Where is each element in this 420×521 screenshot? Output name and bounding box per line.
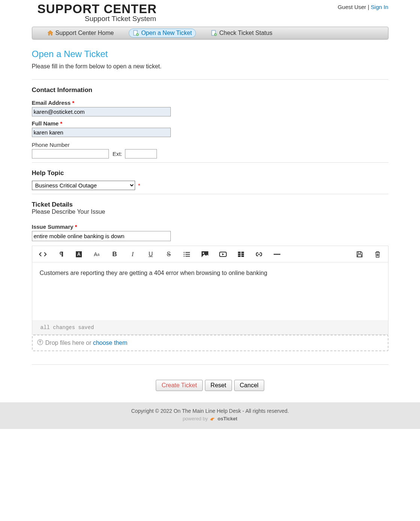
- save-icon[interactable]: [356, 251, 363, 258]
- main-nav: Support Center Home Open a New Ticket Ch…: [32, 27, 388, 39]
- home-icon: [47, 30, 53, 36]
- guest-label: Guest User: [338, 4, 366, 10]
- help-topic-select[interactable]: Business Critical Outage: [32, 181, 135, 190]
- choose-files-link[interactable]: choose them: [93, 340, 128, 346]
- create-ticket-button[interactable]: Create Ticket: [156, 380, 202, 391]
- svg-rect-12: [238, 252, 241, 253]
- nav-home-label: Support Center Home: [56, 30, 114, 36]
- drop-text: Drop files here or choose them: [45, 340, 128, 346]
- user-status: Guest User | Sign In: [338, 2, 388, 10]
- fullname-field[interactable]: [32, 128, 171, 137]
- nav-home[interactable]: Support Center Home: [44, 29, 118, 37]
- summary-label: Issue Summary *: [32, 224, 388, 230]
- divider: [32, 162, 388, 163]
- logo-title: SUPPORT CENTER: [38, 2, 157, 16]
- svg-rect-17: [241, 255, 244, 257]
- svg-point-7: [184, 254, 185, 255]
- editor-toolbar: A Aa B I U S: [32, 246, 388, 262]
- italic-icon[interactable]: I: [129, 251, 137, 258]
- ext-field[interactable]: [125, 149, 157, 159]
- paragraph-icon[interactable]: [57, 251, 65, 258]
- status-icon: [211, 30, 217, 36]
- nav-open-label: Open a New Ticket: [141, 30, 192, 36]
- svg-rect-14: [238, 254, 241, 255]
- page-title: Open a New Ticket: [32, 49, 388, 59]
- phone-label: Phone Number: [32, 142, 388, 148]
- file-dropzone[interactable]: Drop files here or choose them: [32, 335, 388, 351]
- editor-status-bar: all changes saved: [32, 320, 388, 334]
- underline-icon[interactable]: U: [147, 251, 155, 258]
- reset-button[interactable]: Reset: [205, 380, 232, 391]
- phone-field[interactable]: [32, 149, 109, 159]
- logo: SUPPORT CENTER Support Ticket System: [32, 2, 157, 23]
- font-color-icon[interactable]: A: [75, 251, 83, 258]
- ticket-details-desc: Please Describe Your Issue: [32, 208, 388, 215]
- svg-point-8: [184, 256, 185, 257]
- code-view-icon[interactable]: [39, 251, 47, 258]
- image-icon[interactable]: [201, 251, 209, 258]
- svg-rect-15: [241, 254, 244, 255]
- horizontal-rule-icon[interactable]: [273, 251, 281, 258]
- nav-status-label: Check Ticket Status: [219, 30, 272, 36]
- link-icon[interactable]: [255, 251, 263, 258]
- email-label: Email Address *: [32, 100, 388, 106]
- svg-rect-13: [241, 252, 244, 253]
- rich-text-editor: A Aa B I U S Customers are reporting the…: [32, 246, 388, 335]
- svg-rect-19: [358, 252, 361, 254]
- trash-icon[interactable]: [374, 251, 381, 258]
- upload-icon: [37, 339, 43, 347]
- ticket-details-title: Ticket Details: [32, 201, 388, 208]
- font-size-icon[interactable]: Aa: [93, 251, 101, 258]
- editor-content[interactable]: Customers are reporting they are getting…: [32, 262, 388, 320]
- nav-open-ticket[interactable]: Open a New Ticket: [129, 29, 196, 38]
- email-field[interactable]: [32, 107, 171, 116]
- video-icon[interactable]: [219, 251, 227, 258]
- page-description: Please fill in the form below to open a …: [32, 63, 388, 70]
- table-icon[interactable]: [237, 251, 245, 258]
- new-ticket-icon: [133, 30, 139, 36]
- nav-check-status[interactable]: Check Ticket Status: [207, 29, 276, 37]
- separator: |: [366, 4, 371, 10]
- svg-rect-16: [238, 255, 241, 257]
- bold-icon[interactable]: B: [111, 251, 119, 258]
- topic-required: *: [138, 182, 140, 189]
- footer: Copyright © 2022 On The Main Line Help D…: [0, 402, 420, 429]
- copyright-text: Copyright © 2022 On The Main Line Help D…: [0, 408, 420, 414]
- help-topic-title: Help Topic: [32, 169, 388, 177]
- powered-by: powered by osTicket: [0, 416, 420, 421]
- divider: [32, 79, 388, 80]
- svg-point-10: [203, 252, 204, 254]
- strikethrough-icon[interactable]: S: [165, 251, 173, 258]
- contact-section-title: Contact Information: [32, 86, 388, 94]
- svg-point-6: [184, 252, 185, 253]
- svg-text:A: A: [77, 252, 80, 257]
- signin-link[interactable]: Sign In: [371, 4, 388, 10]
- osticket-logo-icon: [209, 416, 216, 421]
- list-icon[interactable]: [183, 251, 191, 258]
- ext-label: Ext:: [113, 151, 122, 157]
- issue-summary-field[interactable]: [32, 231, 171, 241]
- fullname-label: Full Name *: [32, 120, 388, 127]
- divider: [32, 364, 388, 365]
- divider: [32, 194, 388, 194]
- cancel-button[interactable]: Cancel: [234, 380, 264, 391]
- svg-rect-20: [358, 255, 361, 257]
